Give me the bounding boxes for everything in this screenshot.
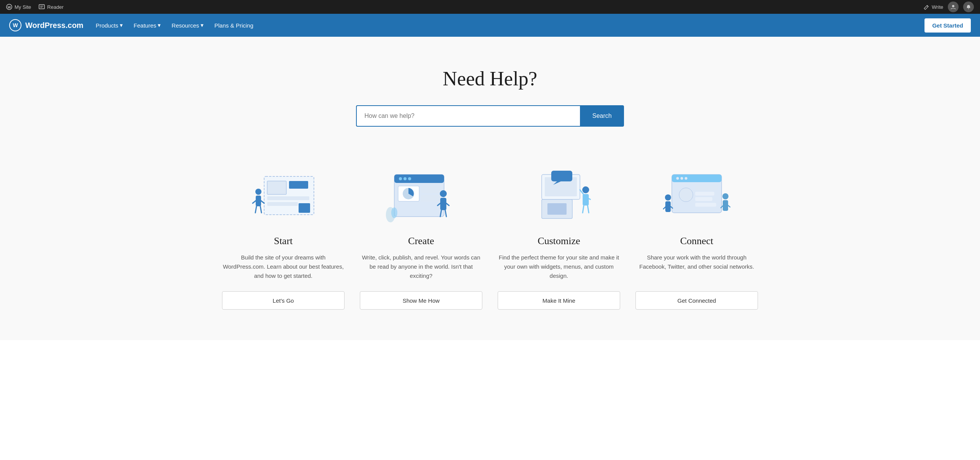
svg-point-24: [408, 177, 411, 180]
svg-line-17: [255, 206, 256, 213]
admin-bar: W My Site Reader Write: [0, 0, 980, 14]
svg-text:W: W: [8, 5, 11, 9]
svg-rect-12: [289, 181, 308, 189]
svg-rect-41: [551, 171, 572, 181]
reader-label: Reader: [47, 4, 64, 10]
svg-point-43: [582, 186, 589, 193]
nav-resources[interactable]: Resources ▾: [172, 22, 204, 29]
svg-rect-14: [256, 196, 261, 206]
chevron-down-icon: ▾: [158, 22, 161, 29]
start-title: Start: [274, 235, 292, 247]
connect-title: Connect: [680, 235, 714, 247]
create-card: Create Write, click, publish, and revel.…: [360, 165, 482, 310]
start-desc: Build the site of your dreams with WordP…: [222, 253, 345, 281]
svg-rect-27: [421, 186, 440, 193]
svg-point-22: [399, 177, 402, 180]
write-icon: [923, 4, 929, 10]
svg-point-23: [403, 177, 407, 180]
svg-rect-55: [695, 186, 718, 190]
main-nav: W WordPress.com Products ▾ Features ▾ Re…: [0, 14, 980, 37]
write-link[interactable]: Write: [923, 4, 943, 10]
bell-icon: [966, 4, 971, 10]
svg-point-52: [681, 177, 683, 180]
svg-line-48: [588, 206, 589, 213]
cards-section: Start Build the site of your dreams with…: [0, 150, 980, 340]
nav-links: Products ▾ Features ▾ Resources ▾ Plans …: [96, 22, 253, 29]
svg-point-59: [665, 194, 671, 201]
create-illustration: [360, 165, 482, 226]
svg-rect-9: [267, 181, 286, 194]
write-label: Write: [932, 4, 943, 10]
reader-link[interactable]: Reader: [39, 4, 64, 10]
svg-rect-57: [695, 197, 712, 201]
search-input[interactable]: [356, 105, 580, 127]
svg-point-13: [255, 189, 261, 195]
hero-title: Need Help?: [8, 67, 972, 90]
connect-desc: Share your work with the world through F…: [635, 253, 758, 281]
svg-line-47: [583, 206, 584, 213]
admin-bar-left: W My Site Reader: [6, 4, 64, 10]
chevron-down-icon: ▾: [120, 22, 123, 29]
my-site-link[interactable]: W My Site: [6, 4, 31, 10]
brand-name: WordPress.com: [25, 21, 83, 30]
connect-illustration: [635, 165, 758, 226]
svg-line-36: [445, 210, 446, 217]
customize-card: Customize Find the perfect theme for you…: [498, 165, 620, 310]
svg-rect-11: [267, 202, 298, 206]
hero-section: Need Help? Search: [0, 37, 980, 150]
customize-title: Customize: [537, 235, 580, 247]
svg-rect-38: [547, 203, 567, 215]
svg-point-54: [679, 188, 693, 202]
nav-plans-pricing[interactable]: Plans & Pricing: [214, 22, 253, 29]
start-button[interactable]: Let's Go: [222, 291, 345, 310]
my-site-label: My Site: [15, 4, 31, 10]
chevron-down-icon: ▾: [201, 22, 204, 29]
create-title: Create: [408, 235, 434, 247]
nav-features[interactable]: Features ▾: [134, 22, 161, 29]
svg-rect-44: [583, 194, 589, 206]
wp-logo-circle: W: [9, 19, 21, 31]
wp-icon: W: [6, 4, 12, 10]
customize-illustration: [498, 165, 620, 226]
svg-rect-32: [440, 198, 446, 210]
create-button[interactable]: Show Me How: [360, 291, 482, 310]
svg-point-30: [391, 207, 397, 218]
get-started-button[interactable]: Get Started: [924, 18, 971, 33]
svg-point-31: [440, 190, 447, 197]
search-container: Search: [356, 105, 624, 127]
search-button[interactable]: Search: [580, 105, 624, 127]
svg-point-6: [952, 5, 954, 7]
svg-rect-58: [695, 203, 716, 207]
start-illustration: [222, 165, 345, 226]
connect-button[interactable]: Get Connected: [635, 291, 758, 310]
nav-products[interactable]: Products ▾: [96, 22, 123, 29]
svg-rect-2: [39, 5, 44, 9]
svg-rect-50: [672, 175, 722, 182]
customize-button[interactable]: Make It Mine: [498, 291, 620, 310]
svg-rect-19: [299, 203, 310, 213]
start-card: Start Build the site of your dreams with…: [222, 165, 345, 310]
notifications-icon[interactable]: [963, 2, 974, 12]
user-icon: [951, 4, 956, 10]
svg-rect-56: [695, 192, 714, 196]
svg-point-63: [722, 193, 728, 199]
user-avatar[interactable]: [948, 2, 959, 12]
connect-card: Connect Share your work with the world t…: [635, 165, 758, 310]
svg-line-18: [260, 206, 261, 213]
reader-icon: [39, 4, 45, 10]
svg-point-53: [685, 177, 688, 180]
nav-left: W WordPress.com Products ▾ Features ▾ Re…: [9, 19, 253, 31]
customize-desc: Find the perfect theme for your site and…: [498, 253, 620, 281]
svg-point-51: [676, 177, 679, 180]
brand-logo[interactable]: W WordPress.com: [9, 19, 83, 31]
create-desc: Write, click, publish, and revel. Your w…: [360, 253, 482, 281]
cards-grid: Start Build the site of your dreams with…: [222, 165, 758, 310]
admin-bar-right: Write: [923, 2, 974, 12]
svg-rect-10: [267, 196, 309, 200]
svg-rect-28: [421, 195, 440, 202]
